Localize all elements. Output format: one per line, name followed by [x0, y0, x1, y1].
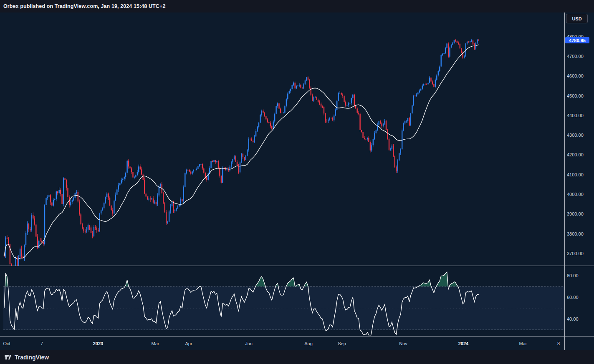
price-axis-label: 3800.00 [567, 231, 584, 236]
time-axis-label: Mar [152, 341, 159, 346]
time-axis-year-label: 2024 [458, 341, 469, 346]
time-axis-label: Aug [304, 341, 313, 346]
price-axis-label: 3700.00 [567, 251, 584, 256]
time-axis-label: Oct [3, 341, 10, 346]
footer-bar: TradingView [0, 350, 594, 364]
price-axis-label: 4400.00 [567, 113, 584, 118]
header-bar: Orbex published on TradingView.com, Jan … [0, 0, 594, 13]
price-axis-label: 4200.00 [567, 152, 584, 157]
time-axis-year-label: 2023 [93, 341, 103, 346]
publish-attribution: Orbex published on TradingView.com, Jan … [3, 3, 165, 9]
tradingview-wordmark[interactable]: TradingView [15, 354, 49, 361]
time-axis-label: Sep [338, 341, 346, 346]
price-axis-label: 4600.00 [567, 73, 584, 78]
time-axis-label: 8 [557, 341, 560, 346]
price-axis-label: 4000.00 [567, 192, 584, 197]
price-axis-label: 4500.00 [567, 93, 584, 98]
tradingview-logo-icon[interactable] [4, 354, 12, 361]
price-axis-label: 3900.00 [567, 211, 584, 216]
time-axis-label: Mar [519, 341, 527, 346]
price-axis-label: 4100.00 [567, 172, 584, 177]
rsi-axis-label: 60.00 [567, 295, 579, 300]
currency-toggle-button[interactable]: USD [566, 14, 588, 23]
price-pane [4, 39, 479, 278]
time-axis-label: 7 [40, 341, 43, 346]
chart-canvas[interactable]: 4800.004700.004600.004500.004400.004300.… [0, 0, 594, 364]
price-axis-label: 4700.00 [567, 54, 584, 59]
last-price-badge: 4780.95 [565, 37, 589, 43]
candles-layer [4, 40, 479, 276]
rsi-axis-label: 80.00 [567, 273, 579, 278]
time-axis-label: Nov [399, 341, 407, 346]
ma-line [4, 45, 479, 259]
time-axis-label: Apr [185, 341, 192, 346]
price-axis-label: 4300.00 [567, 133, 584, 138]
rsi-axis-label: 40.00 [567, 316, 579, 321]
time-axis-label: Jun [245, 341, 253, 346]
